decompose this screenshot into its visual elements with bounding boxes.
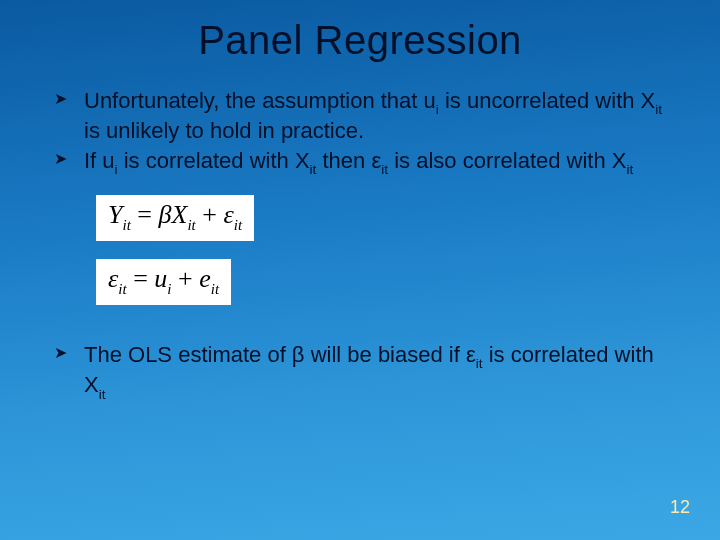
bullet-2-sub-3: it [381, 162, 388, 177]
bullet-1-sub-2: it [655, 102, 662, 117]
eq2-e-sub: it [211, 281, 219, 297]
eq1-beta: β [159, 200, 172, 229]
bullet-1: Unfortunately, the assumption that ui is… [52, 87, 674, 145]
eq1-x: X [171, 200, 187, 229]
equation-2: εit = ui + eit [96, 259, 231, 305]
eq2-u-sub: i [167, 281, 171, 297]
eq1-lhs-sub: it [122, 217, 130, 233]
bullet-2-sub-1: i [115, 162, 118, 177]
eq2-lhs-sub: it [118, 281, 126, 297]
eq2-u: u [154, 264, 167, 293]
page-number: 12 [670, 497, 690, 518]
bullet-3: The OLS estimate of β will be biased if … [52, 341, 674, 402]
eq2-plus: + [172, 264, 200, 293]
eq1-lhs: Y [108, 200, 122, 229]
bullet-1-sub-1: i [436, 102, 439, 117]
bullet-2-text-1: If u [84, 148, 115, 173]
eq1-eps: ε [223, 200, 233, 229]
slide-title: Panel Regression [46, 18, 674, 63]
bullet-2-text-2: is correlated with X [118, 148, 310, 173]
bullet-1-text-1: Unfortunately, the assumption that u [84, 88, 436, 113]
eq2-lhs: ε [108, 264, 118, 293]
bullet-3-sub-2: it [99, 387, 106, 402]
eq2-e: e [199, 264, 211, 293]
bullet-2-text-4: is also correlated with X [388, 148, 626, 173]
bullet-2-sub-2: it [310, 162, 317, 177]
equation-block: Yit = βXit + εit εit = ui + eit [96, 195, 674, 305]
bullet-list-2: The OLS estimate of β will be biased if … [52, 341, 674, 402]
eq1-eps-sub: it [234, 217, 242, 233]
eq1-eq: = [131, 200, 159, 229]
equation-1: Yit = βXit + εit [96, 195, 254, 241]
bullet-2-sub-4: it [627, 162, 634, 177]
eq1-x-sub: it [187, 217, 195, 233]
bullet-3-text-1: The OLS estimate of β will be biased if … [84, 342, 476, 367]
bullet-list: Unfortunately, the assumption that ui is… [52, 87, 674, 177]
bullet-2: If ui is correlated with Xit then εit is… [52, 147, 674, 177]
bullet-3-sub-1: it [476, 356, 483, 371]
slide: Panel Regression Unfortunately, the assu… [0, 0, 720, 540]
eq1-plus: + [196, 200, 224, 229]
bullet-1-text-3: is unlikely to hold in practice. [84, 118, 364, 143]
eq2-eq: = [127, 264, 155, 293]
bullet-2-text-3: then ε [316, 148, 381, 173]
spacer [46, 323, 674, 341]
bullet-1-text-2: is uncorrelated with X [439, 88, 655, 113]
